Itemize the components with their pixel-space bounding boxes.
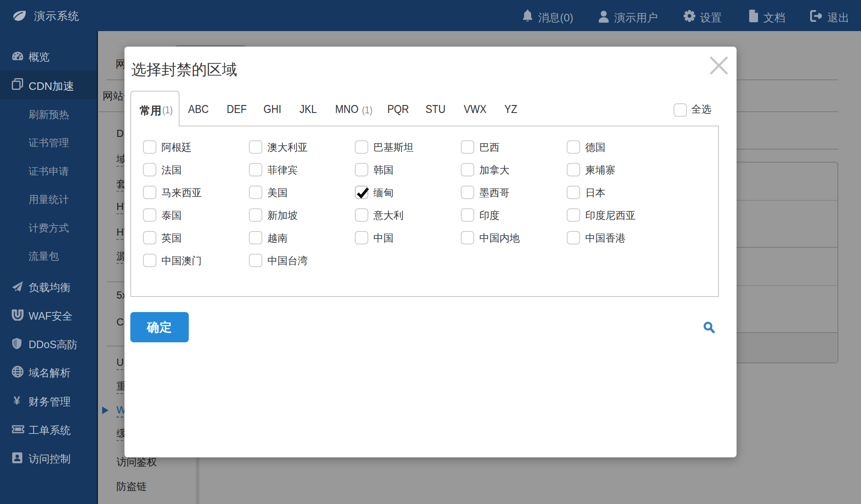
svg-text:¥: ¥ (13, 395, 20, 407)
